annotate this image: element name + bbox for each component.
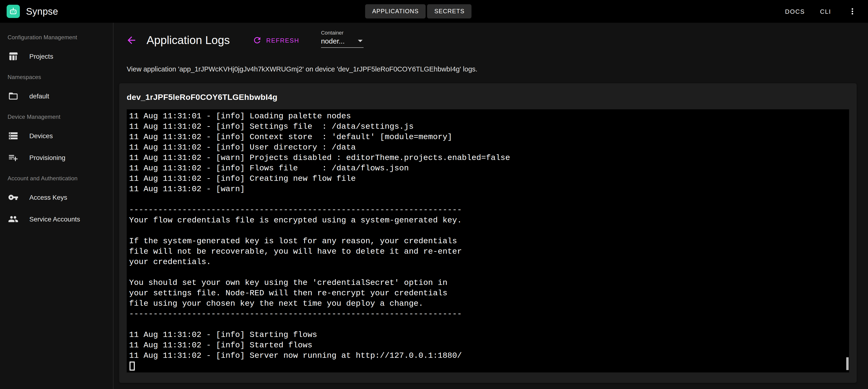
container-select[interactable]: Container noder... [321, 30, 364, 48]
key-icon [7, 192, 19, 203]
terminal-scrollbar-thumb[interactable] [846, 357, 848, 370]
sidebar-item-label: Projects [29, 53, 53, 60]
refresh-button[interactable]: REFRESH [249, 33, 303, 48]
log-line: ----------------------------------------… [129, 309, 845, 319]
log-line: your settings file. Node-RED will then r… [129, 288, 845, 299]
log-line: Your flow credentials file is encrypted … [129, 215, 845, 226]
sidebar-item-label: default [29, 92, 49, 100]
synpse-logo-icon [7, 5, 20, 18]
log-line: 11 Aug 11:31:02 - [info] Creating new fl… [129, 174, 845, 184]
sidebar-item-label: Provisioning [29, 154, 65, 161]
log-line: file will not be recoverable, you will h… [129, 247, 845, 257]
log-line: If the system-generated key is lost for … [129, 236, 845, 247]
sidebar-item-service-accounts[interactable]: Service Accounts [0, 208, 113, 230]
sidebar-item-label: Service Accounts [29, 215, 80, 223]
top-links: DOCS CLI [785, 5, 859, 18]
log-line: 11 Aug 11:31:01 - [info] Loading palette… [129, 111, 845, 121]
refresh-icon [252, 35, 262, 45]
log-line [129, 226, 845, 236]
nav-secrets-button[interactable]: SECRETS [427, 4, 472, 19]
log-line: 11 Aug 11:31:02 - [info] Settings file :… [129, 121, 845, 132]
container-select-label: Container [321, 30, 364, 35]
log-terminal[interactable]: 11 Aug 11:31:01 - [info] Loading palette… [127, 109, 849, 372]
synpse-app: Synpse APPLICATIONS SECRETS DOCS CLI Con… [0, 0, 868, 389]
log-line: 11 Aug 11:31:02 - [info] Context store :… [129, 132, 845, 142]
sidebar-section-namespaces: Namespaces [0, 67, 113, 85]
sidebar-item-label: Devices [29, 132, 53, 140]
nav-applications-button[interactable]: APPLICATIONS [365, 4, 426, 19]
page-header: Application Logs REFRESH Container noder… [119, 27, 857, 54]
table-icon [7, 51, 19, 62]
more-menu-icon[interactable] [846, 5, 859, 18]
log-line: 11 Aug 11:31:02 - [info] User directory … [129, 142, 845, 153]
sidebar-item-provisioning[interactable]: Provisioning [0, 147, 113, 168]
chevron-down-icon [358, 40, 363, 42]
top-bar: Synpse APPLICATIONS SECRETS DOCS CLI [0, 0, 868, 23]
terminal-cursor [129, 362, 135, 370]
log-line: 11 Aug 11:31:02 - [info] Flows file : /d… [129, 163, 845, 174]
log-line: file using your chosen key the next time… [129, 299, 845, 309]
cli-link[interactable]: CLI [820, 8, 831, 15]
log-line: 11 Aug 11:31:02 - [info] Server now runn… [129, 351, 845, 361]
home-brand[interactable]: Synpse [7, 5, 58, 18]
container-select-value: noder... [321, 37, 345, 45]
main-content: Application Logs REFRESH Container noder… [114, 23, 868, 389]
log-line [129, 319, 845, 330]
brand-name: Synpse [26, 6, 58, 17]
storage-icon [7, 130, 19, 141]
docs-link[interactable]: DOCS [785, 8, 805, 15]
log-line: You should set your own key using the 'c… [129, 278, 845, 288]
log-line [129, 194, 845, 205]
log-line: your credentials. [129, 257, 845, 268]
folder-icon [7, 90, 19, 102]
log-line: 11 Aug 11:31:02 - [warn] [129, 184, 845, 194]
sidebar-item-projects[interactable]: Projects [0, 46, 113, 67]
log-line: ----------------------------------------… [129, 205, 845, 215]
log-line: 11 Aug 11:31:02 - [info] Starting flows [129, 330, 845, 340]
log-line: 11 Aug 11:31:02 - [info] Started flows [129, 340, 845, 351]
log-line [129, 268, 845, 278]
playlist-add-icon [7, 152, 19, 163]
sidebar-item-label: Access Keys [29, 194, 67, 201]
refresh-label: REFRESH [266, 37, 299, 44]
sidebar-section-account-authentication: Account and Authentication [0, 168, 113, 187]
page-title: Application Logs [147, 34, 230, 47]
logs-description: View application 'app_1rJPWcKVHj0jgJv4h7… [127, 65, 857, 73]
back-arrow-icon[interactable] [122, 31, 141, 50]
sidebar-section-configuration-management: Configuration Management [0, 27, 113, 46]
device-id-title: dev_1rJPF5leRoF0COY6TLGEhbwbI4g [127, 93, 849, 102]
sidebar: Configuration Management Projects Namesp… [0, 23, 114, 389]
sidebar-item-devices[interactable]: Devices [0, 125, 113, 147]
sidebar-item-access-keys[interactable]: Access Keys [0, 187, 113, 208]
sidebar-section-device-management: Device Management [0, 107, 113, 125]
device-logs-card: dev_1rJPF5leRoF0COY6TLGEhbwbI4g 11 Aug 1… [119, 83, 857, 383]
people-icon [7, 214, 19, 225]
terminal-cursor-row [129, 361, 845, 371]
log-lines: 11 Aug 11:31:01 - [info] Loading palette… [129, 111, 845, 361]
top-nav: APPLICATIONS SECRETS [365, 4, 472, 19]
sidebar-item-default-namespace[interactable]: default [0, 85, 113, 107]
log-line: 11 Aug 11:31:02 - [warn] Projects disabl… [129, 153, 845, 163]
